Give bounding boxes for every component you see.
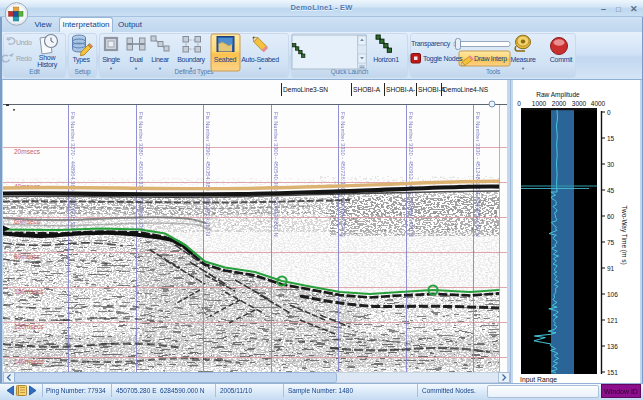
svg-text:1000: 1000 — [532, 100, 547, 107]
svg-text:20msecs: 20msecs — [14, 148, 41, 155]
svg-text:DemoLine3-SN: DemoLine3-SN — [283, 86, 328, 93]
svg-text:Raw Amplitude: Raw Amplitude — [536, 91, 580, 99]
svg-text:30: 30 — [607, 161, 615, 168]
svg-text:151: 151 — [607, 369, 618, 376]
svg-text:106: 106 — [607, 291, 618, 298]
svg-text:45: 45 — [607, 187, 615, 194]
svg-text:SHOBI-A: SHOBI-A — [353, 86, 381, 93]
svg-text:Input Range: Input Range — [520, 376, 557, 384]
svg-text:Fix Number 3320 - 450912.240 E: Fix Number 3320 - 450912.240 E 6204946.7… — [408, 112, 414, 237]
svg-text:75: 75 — [607, 239, 615, 246]
svg-text:Fix Number 3290 - 450354.380 E: Fix Number 3290 - 450354.380 E 6204924.1… — [205, 112, 211, 236]
svg-text:100msecs: 100msecs — [14, 288, 44, 295]
svg-text:0: 0 — [607, 109, 611, 116]
svg-text:DemoLine4-NS: DemoLine4-NS — [443, 86, 489, 93]
svg-text:121: 121 — [607, 317, 618, 324]
svg-text:60: 60 — [607, 213, 615, 220]
svg-text:Fix Number 3310 - 450726.300 E: Fix Number 3310 - 450726.300 E 6204940.7… — [340, 112, 346, 237]
svg-text:120msecs: 120msecs — [14, 323, 44, 330]
svg-text:0: 0 — [517, 100, 521, 107]
svg-text:3000: 3000 — [572, 100, 587, 107]
svg-text:91: 91 — [607, 265, 615, 272]
svg-text:136: 136 — [607, 343, 618, 350]
svg-text:2000: 2000 — [552, 100, 567, 107]
svg-text:Two-Way Time (m s): Two-Way Time (m s) — [620, 205, 628, 264]
svg-text:SHOBI-A-: SHOBI-A- — [386, 86, 415, 93]
svg-text:Fix Number 3330 - 451248.180 E: Fix Number 3330 - 451248.180 E 6204952.0… — [475, 112, 481, 237]
svg-text:Fix Number 3270 - 448964.380 E: Fix Number 3270 - 448964.380 E 6204915.3… — [70, 112, 76, 237]
svg-text:140msecs: 140msecs — [14, 358, 44, 365]
svg-text:80msecs: 80msecs — [14, 253, 41, 260]
svg-text:15: 15 — [607, 135, 615, 142]
svg-text:SHOBI-A: SHOBI-A — [418, 86, 446, 93]
svg-text:Fix Number 3300 - 450540.360 E: Fix Number 3300 - 450540.360 E 6204934.8… — [273, 112, 279, 237]
svg-text:4000: 4000 — [591, 100, 606, 107]
